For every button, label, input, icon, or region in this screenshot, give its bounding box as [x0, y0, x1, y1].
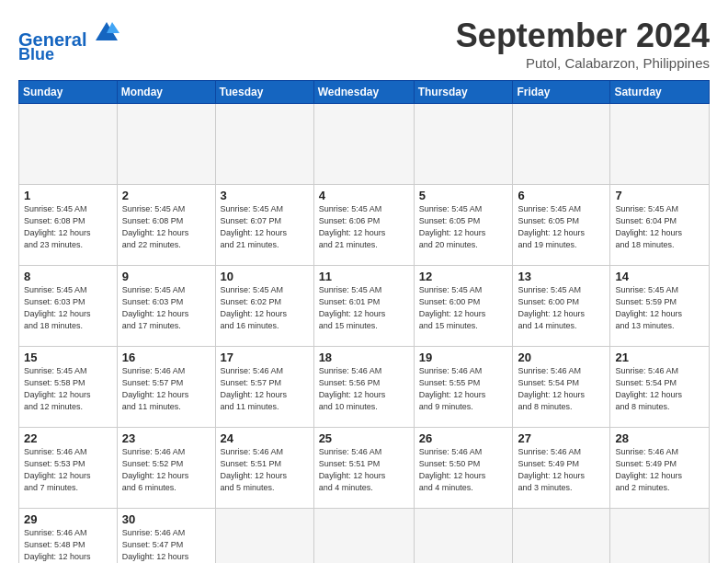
day-cell: 19Sunrise: 5:46 AM Sunset: 5:55 PM Dayli…: [414, 347, 513, 428]
day-cell: 9Sunrise: 5:45 AM Sunset: 6:03 PM Daylig…: [117, 266, 215, 347]
day-cell: [313, 509, 414, 564]
col-header-saturday: Saturday: [610, 81, 710, 104]
day-cell: 16Sunrise: 5:46 AM Sunset: 5:57 PM Dayli…: [117, 347, 215, 428]
day-cell: 17Sunrise: 5:46 AM Sunset: 5:57 PM Dayli…: [215, 347, 313, 428]
day-number: 21: [615, 350, 704, 364]
day-detail: Sunrise: 5:45 AM Sunset: 5:58 PM Dayligh…: [24, 365, 112, 413]
day-cell: [610, 104, 710, 185]
day-detail: Sunrise: 5:45 AM Sunset: 6:05 PM Dayligh…: [518, 203, 605, 251]
day-detail: Sunrise: 5:46 AM Sunset: 5:55 PM Dayligh…: [419, 365, 508, 413]
day-cell: 11Sunrise: 5:45 AM Sunset: 6:01 PM Dayli…: [313, 266, 414, 347]
day-number: 10: [221, 270, 309, 283]
col-header-wednesday: Wednesday: [313, 81, 414, 104]
day-cell: 15Sunrise: 5:45 AM Sunset: 5:58 PM Dayli…: [19, 347, 118, 428]
day-number: 1: [24, 189, 112, 202]
day-detail: Sunrise: 5:46 AM Sunset: 5:56 PM Dayligh…: [319, 365, 409, 413]
day-cell: 25Sunrise: 5:46 AM Sunset: 5:51 PM Dayli…: [313, 428, 414, 509]
day-detail: Sunrise: 5:46 AM Sunset: 5:57 PM Dayligh…: [221, 365, 309, 413]
title-block: September 2024 Putol, Calabarzon, Philip…: [456, 17, 710, 71]
day-number: 4: [319, 189, 409, 202]
week-row-4: 22Sunrise: 5:46 AM Sunset: 5:53 PM Dayli…: [19, 428, 710, 509]
day-number: 26: [419, 431, 508, 445]
day-number: 16: [122, 350, 210, 364]
day-cell: 22Sunrise: 5:46 AM Sunset: 5:53 PM Dayli…: [19, 428, 118, 509]
day-cell: 10Sunrise: 5:45 AM Sunset: 6:02 PM Dayli…: [215, 266, 313, 347]
day-detail: Sunrise: 5:45 AM Sunset: 6:02 PM Dayligh…: [221, 284, 309, 332]
day-cell: 28Sunrise: 5:46 AM Sunset: 5:49 PM Dayli…: [610, 428, 710, 509]
day-cell: [117, 104, 215, 185]
day-number: 27: [518, 431, 605, 445]
header: General Blue September 2024 Putol, Calab…: [18, 17, 710, 71]
day-number: 23: [122, 431, 210, 445]
day-number: 13: [518, 270, 605, 283]
location-title: Putol, Calabarzon, Philippines: [456, 55, 710, 71]
day-detail: Sunrise: 5:45 AM Sunset: 6:00 PM Dayligh…: [419, 284, 508, 332]
day-number: 28: [615, 431, 704, 445]
week-row-0: [19, 104, 710, 185]
day-cell: [414, 104, 513, 185]
day-detail: Sunrise: 5:46 AM Sunset: 5:54 PM Dayligh…: [615, 365, 704, 413]
col-header-friday: Friday: [513, 81, 610, 104]
day-number: 25: [319, 431, 409, 445]
month-title: September 2024: [456, 17, 710, 55]
day-detail: Sunrise: 5:45 AM Sunset: 6:05 PM Dayligh…: [419, 203, 508, 251]
day-cell: [19, 104, 118, 185]
day-number: 19: [419, 350, 508, 364]
day-cell: 20Sunrise: 5:46 AM Sunset: 5:54 PM Dayli…: [513, 347, 610, 428]
day-number: 17: [221, 350, 309, 364]
day-number: 14: [615, 270, 704, 283]
week-row-3: 15Sunrise: 5:45 AM Sunset: 5:58 PM Dayli…: [19, 347, 710, 428]
calendar-header-row: SundayMondayTuesdayWednesdayThursdayFrid…: [19, 81, 710, 104]
day-number: 9: [122, 270, 210, 283]
day-detail: Sunrise: 5:46 AM Sunset: 5:52 PM Dayligh…: [122, 446, 210, 494]
day-detail: Sunrise: 5:46 AM Sunset: 5:49 PM Dayligh…: [518, 446, 605, 494]
day-detail: Sunrise: 5:46 AM Sunset: 5:48 PM Dayligh…: [24, 527, 112, 563]
day-detail: Sunrise: 5:45 AM Sunset: 6:04 PM Dayligh…: [615, 203, 704, 251]
day-number: 8: [24, 270, 112, 283]
day-detail: Sunrise: 5:46 AM Sunset: 5:51 PM Dayligh…: [319, 446, 409, 494]
day-detail: Sunrise: 5:46 AM Sunset: 5:51 PM Dayligh…: [221, 446, 309, 494]
day-number: 20: [518, 350, 605, 364]
day-number: 6: [518, 189, 605, 202]
day-cell: 27Sunrise: 5:46 AM Sunset: 5:49 PM Dayli…: [513, 428, 610, 509]
day-detail: Sunrise: 5:46 AM Sunset: 5:53 PM Dayligh…: [24, 446, 112, 494]
day-detail: Sunrise: 5:46 AM Sunset: 5:54 PM Dayligh…: [518, 365, 605, 413]
day-cell: [313, 104, 414, 185]
day-cell: [215, 104, 313, 185]
day-cell: 1Sunrise: 5:45 AM Sunset: 6:08 PM Daylig…: [19, 185, 118, 266]
day-cell: 18Sunrise: 5:46 AM Sunset: 5:56 PM Dayli…: [313, 347, 414, 428]
day-detail: Sunrise: 5:45 AM Sunset: 6:08 PM Dayligh…: [122, 203, 210, 251]
page: General Blue September 2024 Putol, Calab…: [0, 0, 728, 563]
day-number: 3: [221, 189, 309, 202]
day-number: 5: [419, 189, 508, 202]
day-detail: Sunrise: 5:45 AM Sunset: 6:03 PM Dayligh…: [24, 284, 112, 332]
day-detail: Sunrise: 5:45 AM Sunset: 6:07 PM Dayligh…: [221, 203, 309, 251]
day-detail: Sunrise: 5:46 AM Sunset: 5:50 PM Dayligh…: [419, 446, 508, 494]
day-cell: 7Sunrise: 5:45 AM Sunset: 6:04 PM Daylig…: [610, 185, 710, 266]
day-cell: 4Sunrise: 5:45 AM Sunset: 6:06 PM Daylig…: [313, 185, 414, 266]
day-cell: 23Sunrise: 5:46 AM Sunset: 5:52 PM Dayli…: [117, 428, 215, 509]
day-number: 18: [319, 350, 409, 364]
day-cell: 12Sunrise: 5:45 AM Sunset: 6:00 PM Dayli…: [414, 266, 513, 347]
day-cell: [513, 509, 610, 564]
day-cell: 24Sunrise: 5:46 AM Sunset: 5:51 PM Dayli…: [215, 428, 313, 509]
day-detail: Sunrise: 5:45 AM Sunset: 6:06 PM Dayligh…: [319, 203, 409, 251]
day-cell: [215, 509, 313, 564]
day-detail: Sunrise: 5:45 AM Sunset: 6:01 PM Dayligh…: [319, 284, 409, 332]
day-number: 7: [615, 189, 704, 202]
week-row-2: 8Sunrise: 5:45 AM Sunset: 6:03 PM Daylig…: [19, 266, 710, 347]
day-cell: [513, 104, 610, 185]
day-cell: 3Sunrise: 5:45 AM Sunset: 6:07 PM Daylig…: [215, 185, 313, 266]
logo-icon: [94, 20, 119, 46]
day-cell: 2Sunrise: 5:45 AM Sunset: 6:08 PM Daylig…: [117, 185, 215, 266]
logo: General Blue: [18, 20, 119, 64]
day-number: 2: [122, 189, 210, 202]
day-cell: [610, 509, 710, 564]
day-number: 22: [24, 431, 112, 445]
col-header-thursday: Thursday: [414, 81, 513, 104]
day-cell: 26Sunrise: 5:46 AM Sunset: 5:50 PM Dayli…: [414, 428, 513, 509]
day-cell: 14Sunrise: 5:45 AM Sunset: 5:59 PM Dayli…: [610, 266, 710, 347]
day-detail: Sunrise: 5:46 AM Sunset: 5:47 PM Dayligh…: [122, 527, 210, 563]
col-header-tuesday: Tuesday: [215, 81, 313, 104]
day-cell: 29Sunrise: 5:46 AM Sunset: 5:48 PM Dayli…: [19, 509, 118, 564]
